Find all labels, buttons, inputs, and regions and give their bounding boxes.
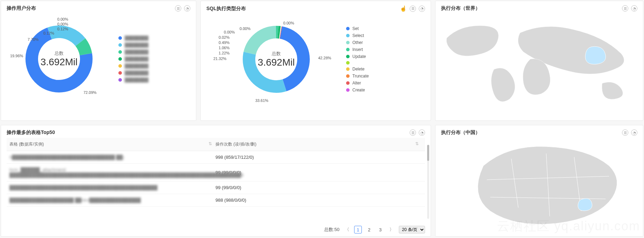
pagination: 总数:50 〈 1 2 3 〉 20 条/页 (324, 226, 425, 233)
slice-label: 0.02% (219, 35, 229, 39)
legend: ████████████████████████████████████████… (118, 34, 148, 84)
legend-swatch (118, 64, 122, 68)
donut-center-value: 3.692Mil (258, 57, 295, 68)
legend-swatch (346, 27, 350, 30)
legend-label: Update (352, 54, 366, 59)
panel-top50-tables: 操作最多的表格Top50 ☰ ◔ 表格 (数据库/实例)⇅ 操作次数 (读/插/… (1, 125, 431, 237)
table-scrollbar[interactable] (427, 145, 429, 219)
donut-center-value: 3.692Mil (41, 57, 78, 68)
watermark: 云栖社区 yq.aliyun.com (497, 218, 640, 235)
legend-swatch (118, 78, 122, 82)
legend-label: ████████ (125, 36, 148, 40)
legend-label: ████████ (125, 77, 148, 82)
legend-item[interactable]: ████████ (118, 77, 148, 82)
clock-icon[interactable]: ◔ (419, 6, 425, 12)
legend-item[interactable]: ████████ (118, 43, 148, 47)
slice-label: 0.00% (57, 17, 68, 21)
donut-center-label: 总数 (41, 50, 78, 57)
legend-swatch (118, 50, 122, 54)
legend-item[interactable]: Delete (346, 67, 369, 72)
pager-page-size[interactable]: 20 条/页 (399, 226, 425, 233)
panel-user-distribution: 操作用户分布 ☰ ◔ 总数 3.692Mil (1, 1, 196, 121)
sort-icon[interactable]: ⇅ (208, 141, 215, 146)
legend-item[interactable]: Insert (346, 47, 369, 52)
legend-swatch (346, 55, 350, 58)
detail-icon[interactable]: ☰ (175, 5, 181, 12)
legend-label: ████████ (125, 64, 148, 68)
legend-label: ████████ (125, 70, 148, 75)
table-row[interactable]: hcm_██████_attachment/██████████████████… (7, 164, 425, 181)
legend-swatch (346, 67, 350, 71)
clock-icon[interactable]: ◔ (184, 5, 190, 12)
slice-label: 0.00% (224, 30, 235, 34)
col-ops[interactable]: 操作次数 (读/插/改/删) (215, 142, 256, 147)
legend-swatch (346, 34, 350, 37)
pager-next[interactable]: 〉 (388, 226, 395, 233)
slice-label: 21.32% (213, 57, 226, 61)
legend-swatch (346, 41, 350, 44)
legend-item[interactable]: Truncate (346, 74, 369, 79)
legend-item[interactable]: ████████ (118, 64, 148, 68)
legend-item[interactable]: Create (346, 88, 369, 92)
clock-icon[interactable]: ◔ (631, 5, 637, 12)
hand-icon[interactable]: ☝ (400, 5, 407, 12)
detail-icon[interactable]: ☰ (410, 6, 416, 12)
legend-swatch (346, 61, 350, 65)
clock-icon[interactable]: ◔ (419, 129, 425, 136)
table-header: 表格 (数据库/实例)⇅ 操作次数 (读/插/改/删)⇅ (7, 138, 425, 151)
slice-label: 0.00% (283, 21, 294, 25)
legend-swatch (346, 74, 350, 78)
panel-title: 执行分布（世界） (441, 5, 480, 12)
slice-label: 0.00% (57, 22, 68, 26)
panel-sql-distribution: SQL执行类型分布 ☝ ☰ ◔ 总数 3.692Mil (200, 1, 431, 121)
panel-title: 操作最多的表格Top50 (7, 129, 55, 136)
pager-page-2[interactable]: 2 (365, 226, 373, 233)
legend-item[interactable]: Select (346, 33, 369, 38)
legend-swatch (346, 48, 350, 51)
slice-label: 1.06% (219, 46, 229, 50)
pager-prev[interactable]: 〈 (343, 226, 351, 233)
legend-item[interactable]: ████████ (118, 36, 148, 40)
slice-label: 42.28% (318, 56, 331, 60)
cell-ops: 988 (988/0/0/0) (215, 198, 422, 203)
legend-label: Insert (352, 47, 363, 52)
world-map[interactable] (441, 14, 637, 104)
legend-label: Other (352, 40, 363, 45)
pager-page-3[interactable]: 3 (376, 226, 384, 233)
cell-table-name: ████████████████████ ██/drd█████████████… (9, 198, 215, 203)
slice-label: 1.22% (219, 51, 229, 55)
clock-icon[interactable]: ◔ (631, 129, 637, 136)
legend-item[interactable]: ████████ (118, 70, 148, 75)
legend-item[interactable]: Update (346, 54, 369, 59)
legend-item[interactable]: Alter (346, 81, 369, 85)
legend-item[interactable]: Set (346, 26, 369, 31)
panel-title: 操作用户分布 (7, 5, 36, 12)
legend-label: Truncate (352, 74, 369, 79)
panel-world-map: 执行分布（世界） ☰ ◔ (435, 1, 643, 121)
cell-table-name: h████████████████████████████████ ██) (9, 155, 215, 160)
col-table[interactable]: 表格 (数据库/实例) (9, 142, 44, 147)
table-row[interactable]: h████████████████████████████████ ██)998… (7, 151, 425, 164)
detail-icon[interactable]: ☰ (622, 5, 628, 12)
legend-item[interactable]: ████████ (118, 57, 148, 61)
legend-item[interactable]: Other (346, 40, 369, 45)
legend-item[interactable]: ████████ (118, 50, 148, 54)
pager-page-1[interactable]: 1 (354, 226, 362, 233)
detail-icon[interactable]: ☰ (622, 129, 628, 136)
legend-label: ████████ (125, 43, 148, 47)
table-row[interactable]: ████████████████████ ██/drd█████████████… (7, 194, 425, 207)
detail-icon[interactable]: ☰ (410, 129, 416, 136)
legend: SetSelectOtherInsertUpdateDeleteTruncate… (346, 24, 369, 95)
panel-china-map: 执行分布（中国） ☰ ◔ 云栖社区 yq.aliyun.com (435, 125, 643, 237)
legend-item[interactable] (346, 61, 369, 65)
panel-title: SQL执行类型分布 (206, 6, 246, 12)
sort-icon[interactable]: ⇅ (415, 141, 422, 146)
slice-label: 0.12% (57, 27, 68, 31)
slice-label: 0.00% (240, 27, 250, 31)
china-map[interactable] (441, 138, 637, 229)
cell-table-name: hcm_██████_attachment/██████████████████… (9, 167, 215, 178)
legend-swatch (346, 88, 350, 92)
table-row[interactable]: ████████████████████████████████████████… (7, 181, 425, 194)
legend-swatch (118, 57, 122, 61)
legend-label: Select (352, 33, 364, 38)
